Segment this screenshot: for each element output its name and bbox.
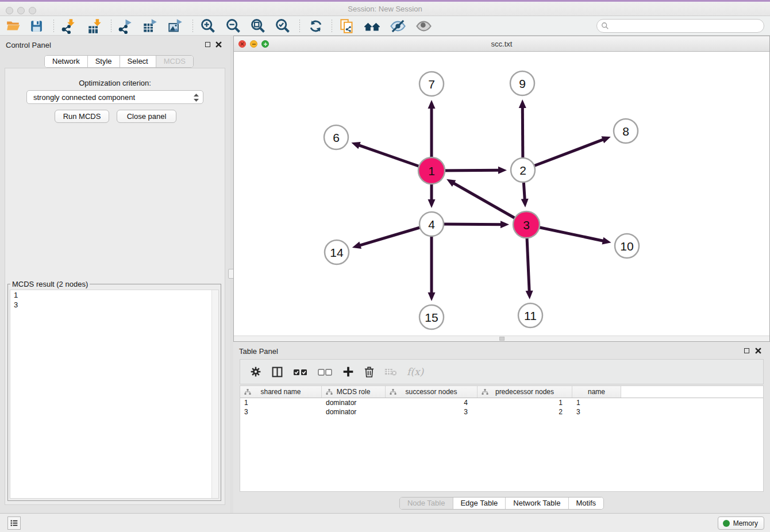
network-graph: 7968124314101511 [234, 52, 770, 337]
graph-node-14[interactable]: 14 [325, 240, 349, 264]
tab-mcds[interactable]: MCDS [156, 56, 193, 67]
deselect-all-icon[interactable] [318, 368, 333, 376]
cell-name[interactable]: 3 [572, 407, 621, 417]
column-header-shared-name[interactable]: shared name [240, 386, 322, 398]
tab-node-table[interactable]: Node Table [400, 498, 453, 509]
graph-node-8[interactable]: 8 [614, 119, 638, 143]
import-table-icon[interactable] [86, 18, 103, 34]
first-neighbors-icon[interactable] [364, 18, 381, 34]
namespace-tree-icon [390, 389, 396, 395]
close-table-panel-icon[interactable] [755, 348, 761, 354]
show-all-eye-icon[interactable] [415, 18, 432, 34]
cell-mcds-role[interactable]: dominator [322, 407, 386, 417]
zoom-in-icon[interactable] [199, 18, 217, 34]
graph-node-10[interactable]: 10 [615, 234, 639, 258]
network-view-window: scc.txt 7968124314101511 [233, 36, 770, 342]
zoom-selected-icon[interactable] [274, 18, 291, 34]
cell-shared-name[interactable]: 3 [240, 407, 322, 417]
graph-node-9[interactable]: 9 [510, 71, 534, 95]
cell-successor-nodes[interactable]: 3 [386, 407, 478, 417]
memory-label: Memory [733, 519, 758, 527]
graph-node-15[interactable]: 15 [419, 305, 444, 329]
cell-successor-nodes[interactable]: 4 [386, 398, 478, 407]
tab-edge-table[interactable]: Edge Table [453, 498, 506, 509]
tab-select[interactable]: Select [120, 56, 156, 67]
namespace-tree-icon [326, 389, 333, 395]
float-panel-icon[interactable] [205, 42, 210, 47]
tab-network-table[interactable]: Network Table [506, 498, 568, 509]
table-row[interactable]: 1 dominator 4 1 1 [240, 398, 763, 407]
svg-text:2: 2 [519, 164, 526, 177]
svg-text:8: 8 [622, 125, 629, 138]
tab-motifs[interactable]: Motifs [568, 498, 603, 509]
float-table-panel-icon[interactable] [744, 348, 749, 353]
network-scrollbar-thumb[interactable] [499, 337, 505, 341]
gear-icon[interactable] [250, 366, 261, 377]
task-history-button[interactable] [7, 516, 21, 530]
session-title: Session: New Session [0, 5, 770, 13]
network-canvas[interactable]: 7968124314101511 [234, 52, 769, 336]
split-columns-icon[interactable] [271, 366, 283, 378]
delete-row-icon[interactable] [364, 366, 375, 378]
graph-node-2[interactable]: 2 [511, 158, 535, 182]
graph-node-6[interactable]: 6 [324, 125, 348, 149]
close-panel-button[interactable]: Close panel [117, 110, 176, 123]
export-image-icon[interactable] [167, 18, 184, 34]
namespace-tree-icon [244, 389, 251, 395]
column-label: name [588, 388, 605, 396]
graph-edge-2-8[interactable] [523, 136, 611, 170]
close-panel-icon[interactable] [215, 41, 222, 48]
add-row-icon[interactable] [342, 366, 354, 377]
export-table-icon[interactable] [141, 18, 159, 34]
column-header-name[interactable]: name [572, 386, 621, 398]
control-panel-tabs: Network Style Select MCDS [44, 55, 194, 68]
tab-style[interactable]: Style [88, 56, 120, 67]
main-toolbar [0, 16, 770, 36]
tab-network[interactable]: Network [45, 56, 88, 67]
graph-node-1[interactable]: 1 [418, 157, 445, 184]
column-label: successor nodes [405, 388, 457, 396]
table-row[interactable]: 3 dominator 3 2 3 [240, 407, 763, 417]
column-header-predecessor-nodes[interactable]: predecessor nodes [478, 386, 572, 398]
zoom-out-icon[interactable] [225, 18, 242, 34]
criterion-select[interactable]: strongly connected component [26, 90, 203, 104]
graph-node-4[interactable]: 4 [419, 212, 444, 236]
export-network-icon[interactable] [117, 18, 134, 34]
column-label: shared name [260, 388, 301, 396]
svg-text:1: 1 [428, 164, 435, 178]
zoom-fit-icon[interactable] [249, 18, 267, 34]
memory-button[interactable]: Memory [718, 516, 764, 530]
import-network-icon[interactable] [60, 18, 77, 34]
select-all-icon[interactable] [293, 368, 308, 376]
control-panel: Control Panel Network Style Select MCDS … [0, 36, 230, 513]
cell-predecessor-nodes[interactable]: 2 [478, 407, 572, 417]
cell-shared-name[interactable]: 1 [240, 398, 322, 407]
cell-mcds-role[interactable]: dominator [322, 398, 386, 407]
mcds-result-list[interactable]: 1 3 [10, 290, 219, 499]
column-header-mcds-role[interactable]: MCDS role [322, 386, 386, 398]
delete-table-icon[interactable] [384, 367, 397, 376]
graph-node-7[interactable]: 7 [419, 72, 444, 96]
run-mcds-button[interactable]: Run MCDS [55, 110, 109, 123]
result-scrollbar[interactable] [211, 290, 218, 498]
column-header-successor-nodes[interactable]: successor nodes [386, 386, 478, 398]
duplicate-network-icon[interactable] [338, 18, 355, 34]
network-horizontal-scrollbar[interactable] [234, 336, 769, 341]
search-input[interactable] [596, 19, 764, 33]
refresh-icon[interactable] [307, 18, 324, 34]
svg-text:6: 6 [333, 131, 340, 144]
hide-selected-eye-icon[interactable] [389, 18, 406, 34]
function-builder-icon[interactable]: f(x) [407, 366, 424, 377]
save-icon[interactable] [28, 18, 45, 34]
control-panel-title: Control Panel [6, 41, 51, 49]
graph-node-3[interactable]: 3 [513, 211, 540, 238]
table-panel: Table Panel f(x) shared name MCDS r [233, 342, 770, 513]
graph-node-11[interactable]: 11 [518, 303, 542, 327]
main-titlebar: Session: New Session [0, 2, 770, 16]
open-folder-icon[interactable] [5, 18, 22, 34]
svg-text:3: 3 [523, 218, 530, 232]
svg-text:11: 11 [524, 309, 537, 322]
node-table[interactable]: shared name MCDS role successor nodes pr… [240, 385, 764, 492]
cell-name[interactable]: 1 [572, 398, 621, 407]
cell-predecessor-nodes[interactable]: 1 [478, 398, 572, 407]
